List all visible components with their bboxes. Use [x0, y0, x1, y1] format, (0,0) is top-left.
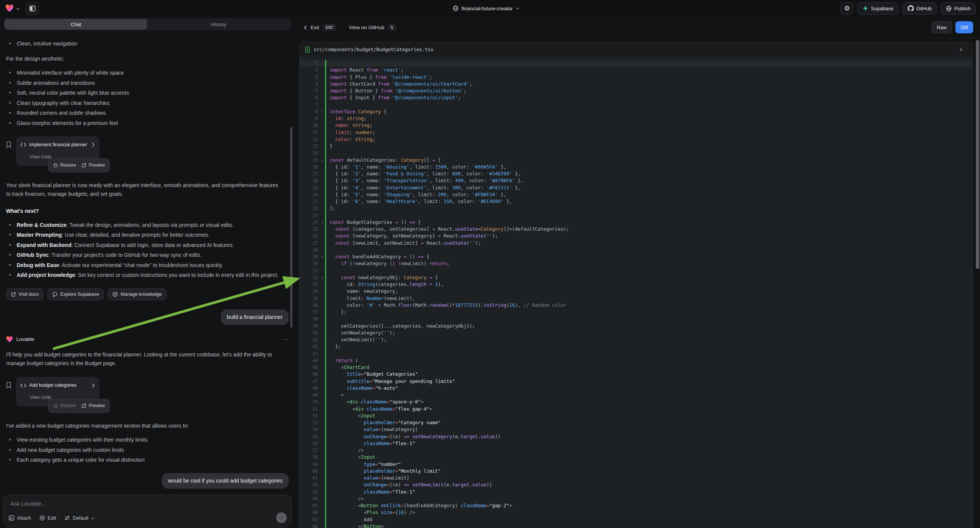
- line-number: 65: [300, 502, 320, 509]
- github-label: GitHub: [916, 6, 932, 11]
- code-line: 15∨const defaultCategories: Category[] =…: [300, 157, 972, 164]
- fold-gutter: [320, 122, 325, 129]
- code-text: const [categories, setCategories] = Reac…: [325, 226, 972, 232]
- code-text: [325, 247, 972, 253]
- chat-scrollbar-thumb[interactable]: [290, 127, 293, 328]
- chat-message-list[interactable]: Clean, intuitive navigationFor the desig…: [0, 34, 295, 494]
- line-number: 20: [300, 191, 320, 198]
- bullet-dot-icon: [9, 72, 11, 73]
- visit-docs-button[interactable]: Visit docs: [6, 288, 44, 301]
- fold-chevron-icon[interactable]: ∨: [320, 108, 325, 115]
- lovable-logo-heart-icon[interactable]: [5, 5, 14, 12]
- list-item-lead: Refine & Customize: [17, 222, 66, 228]
- manage-knowledge-button[interactable]: Manage knowledge: [108, 288, 166, 301]
- code-text: ];: [325, 205, 972, 212]
- github-button[interactable]: GitHub: [902, 2, 937, 15]
- fold-gutter: [320, 433, 325, 440]
- fold-gutter: [320, 419, 325, 426]
- line-number: 3: [300, 74, 320, 81]
- version-card[interactable]: Add budget categoriesView codeRestorePre…: [16, 377, 99, 406]
- preview-button[interactable]: Preview: [81, 161, 105, 170]
- line-number: 59: [300, 461, 320, 468]
- fold-chevron-icon[interactable]: ∨: [320, 157, 325, 164]
- code-text: limit: number;: [325, 129, 972, 136]
- fold-gutter: [320, 426, 325, 433]
- user-message-row: would be cool if you could add budget ca…: [6, 473, 289, 488]
- tab-chat[interactable]: Chat: [5, 19, 147, 30]
- assistant-paragraph: I'll help you add budget categories to t…: [6, 350, 283, 368]
- code-scrollbar-thumb[interactable]: [976, 40, 979, 269]
- collapse-file-button[interactable]: ∧: [955, 44, 967, 54]
- version-card[interactable]: Implement financial plannerView codeRest…: [16, 136, 99, 166]
- bullet-dot-icon: [9, 92, 11, 94]
- explore-supabase-button[interactable]: Explore Supabase: [47, 288, 104, 301]
- code-text: <Input: [325, 454, 972, 461]
- line-number: 16: [300, 164, 320, 170]
- code-diff-content[interactable]: 12import React from 'react';3import { Pl…: [300, 56, 972, 528]
- line-number: 32: [300, 274, 320, 281]
- publish-button[interactable]: Publish: [940, 2, 976, 15]
- bookmark-button[interactable]: [6, 140, 11, 149]
- code-text: value={newCategory}: [325, 426, 972, 433]
- settings-button[interactable]: ⚙: [840, 2, 853, 15]
- chat-composer[interactable]: Ask Lovable... Attach Edit: [3, 495, 292, 527]
- toggle-sidebar-button[interactable]: [26, 2, 39, 15]
- preview-button[interactable]: Preview: [81, 401, 105, 410]
- line-number: 39: [300, 323, 320, 329]
- bookmark-icon: [6, 141, 11, 147]
- edit-mode-button[interactable]: Edit: [40, 515, 56, 521]
- code-line: 37 };: [300, 309, 972, 315]
- code-line: 10 name: string;: [300, 122, 972, 129]
- diff-button[interactable]: Diff: [955, 21, 973, 33]
- fold-gutter: [320, 102, 325, 108]
- project-switcher[interactable]: financial-future-creator: [452, 0, 519, 17]
- line-number: 58: [300, 454, 320, 461]
- message-menu-button[interactable]: ⋯: [282, 335, 289, 344]
- fold-gutter: [320, 488, 325, 495]
- tab-history[interactable]: History: [147, 19, 290, 30]
- code-line: 62 onChange={(e) => setNewLimit(e.target…: [300, 482, 972, 488]
- line-number: 68: [300, 523, 320, 528]
- assistant-name: Lovable: [16, 335, 279, 344]
- line-number: 5: [300, 87, 320, 94]
- chat-input[interactable]: Ask Lovable...: [10, 500, 46, 507]
- code-line: 24∨const BudgetCategories = () => {: [300, 219, 972, 226]
- code-line: 53 placeholder="Category name": [300, 419, 972, 426]
- supabase-label: Supabase: [871, 6, 893, 11]
- code-line: 63 className="flex-1": [300, 488, 972, 495]
- attach-button[interactable]: Attach: [9, 515, 31, 521]
- supabase-button[interactable]: Supabase: [857, 2, 899, 15]
- bullet-dot-icon: [9, 43, 11, 44]
- list-item: Master Prompting: Use clear, detailed, a…: [5, 231, 290, 239]
- line-number: 22: [300, 205, 320, 212]
- bullet-dot-icon: [9, 439, 11, 441]
- code-text: const handleAddCategory = () => {: [325, 253, 972, 260]
- chat-panel: Chat History Clean, intuitive navigation…: [0, 17, 295, 528]
- model-default-button[interactable]: Default: [64, 515, 94, 521]
- fold-chevron-icon[interactable]: ∨: [320, 274, 325, 281]
- list-item-lead: Debug with Ease: [17, 262, 59, 268]
- code-line: 51 <div className="flex gap-4">: [300, 406, 972, 412]
- view-on-github-button[interactable]: View on GitHub G: [349, 24, 396, 31]
- fold-chevron-icon[interactable]: ∨: [320, 219, 325, 226]
- attach-image-icon: [9, 515, 14, 521]
- code-text: limit: Number(newLimit),: [325, 295, 972, 302]
- code-text: className="flex-1": [325, 440, 972, 447]
- bookmark-button[interactable]: [6, 381, 11, 390]
- logo-chevron-down-icon[interactable]: [16, 5, 20, 12]
- send-button[interactable]: ↑: [276, 512, 287, 523]
- fold-gutter: [320, 205, 325, 212]
- restore-button[interactable]: Restore: [53, 401, 76, 410]
- raw-button[interactable]: Raw: [932, 21, 952, 33]
- exit-button[interactable]: Exit ESC: [304, 24, 336, 31]
- file-path-bar[interactable]: src/components/budget/BudgetCategories.t…: [300, 42, 972, 57]
- code-line: 65 <Button onClick={handleAddCategory} c…: [300, 502, 972, 509]
- list-item: Subtle animations and transitions: [5, 79, 290, 87]
- list-item: Refine & Customize: Tweak the design, an…: [5, 221, 290, 229]
- version-card-title-row: Add budget categories: [21, 381, 95, 390]
- fold-chevron-icon[interactable]: ∨: [320, 253, 325, 260]
- code-line: 38: [300, 315, 972, 322]
- code-text: name: newCategory,: [325, 288, 972, 295]
- line-number: 38: [300, 315, 320, 322]
- restore-button[interactable]: Restore: [53, 161, 76, 170]
